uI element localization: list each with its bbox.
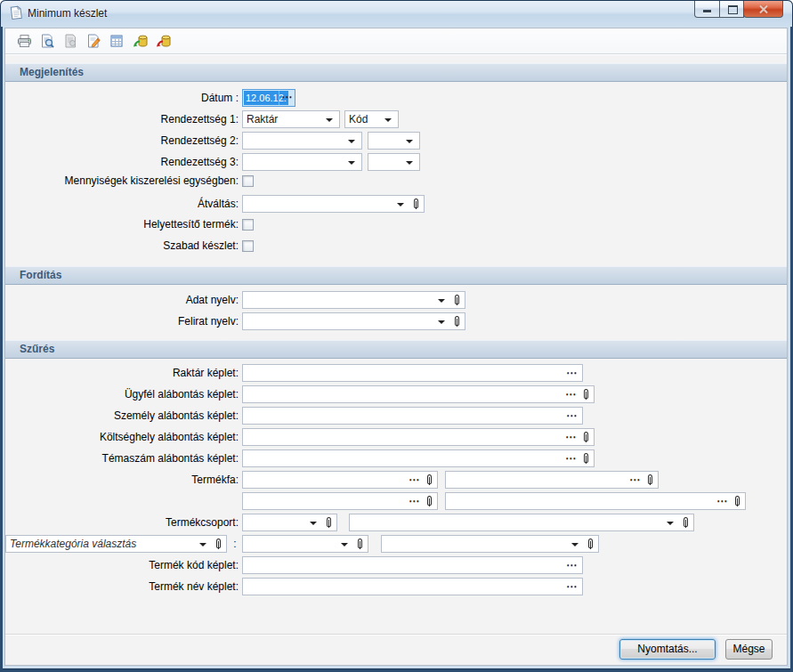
date-browse-icon[interactable]: ⋯ [279, 91, 294, 105]
browse-icon[interactable]: ⋯ [565, 451, 576, 466]
paperclip-icon[interactable] [587, 538, 595, 550]
chevron-down-icon [667, 522, 674, 525]
sort2-direction-select[interactable] [368, 132, 420, 150]
section-header-translation: Fordítás [5, 266, 787, 285]
product-tree-label: Termékfa: [5, 471, 239, 489]
costcenter-breakdown-input[interactable]: ⋯ [242, 428, 595, 446]
product-name-formula-label: Termék név képlet: [5, 578, 239, 595]
database-export-icon[interactable] [128, 30, 151, 52]
data-lang-select[interactable] [242, 291, 465, 309]
print-button[interactable]: Nyomtatás... [619, 639, 716, 660]
close-button[interactable] [743, 1, 783, 18]
browse-icon[interactable]: ⋯ [566, 366, 577, 380]
paperclip-icon[interactable] [426, 474, 433, 486]
table-icon[interactable] [105, 30, 128, 52]
toolbar [5, 28, 787, 54]
product-group-label: Termékcsoport: [5, 514, 239, 531]
browse-icon[interactable]: ⋯ [566, 579, 577, 594]
sort1-direction-select[interactable]: Kód [344, 110, 399, 128]
product-category-select-1[interactable] [242, 535, 368, 553]
browse-icon[interactable]: ⋯ [409, 494, 419, 508]
person-breakdown-label: Személy alábontás képlet: [5, 407, 239, 425]
edit-icon[interactable] [82, 30, 105, 52]
chevron-down-icon [348, 140, 355, 143]
browse-icon[interactable]: ⋯ [565, 430, 576, 444]
paperclip-icon[interactable] [357, 538, 364, 550]
browse-icon[interactable]: ⋯ [566, 409, 577, 423]
substitute-checkbox[interactable] [242, 219, 254, 231]
row-product-category: Termékkategória választás : [5, 535, 787, 553]
product-category-mode-select[interactable]: Termékkategória választás [5, 535, 227, 553]
row-product-group: Termékcsoport: [5, 514, 787, 531]
sort3-label: Rendezettség 3: [5, 153, 239, 171]
costcenter-breakdown-label: Költséghely alábontás képlet: [5, 428, 239, 446]
paperclip-icon[interactable] [583, 453, 590, 465]
product-group-select-1[interactable] [242, 514, 337, 531]
paperclip-icon[interactable] [454, 295, 461, 306]
product-category-mode-value: Termékkategória választás [10, 538, 136, 551]
browse-icon[interactable]: ⋯ [565, 387, 576, 401]
paperclip-icon[interactable] [426, 496, 433, 507]
caption-lang-select[interactable] [242, 312, 465, 330]
print-preview-icon[interactable] [36, 30, 59, 52]
sort3-primary-select[interactable] [242, 153, 362, 171]
maximize-button[interactable] [719, 1, 744, 18]
maximize-icon [728, 5, 738, 14]
browse-icon[interactable]: ⋯ [409, 473, 419, 487]
window-controls [695, 1, 783, 18]
minimize-button[interactable] [694, 1, 720, 18]
browse-icon[interactable]: ⋯ [629, 473, 640, 487]
titlebar[interactable]: Minimum készlet [0, 0, 793, 27]
print-icon[interactable] [12, 30, 36, 52]
caption-lang-label: Felirat nyelv: [5, 312, 239, 330]
sort2-label: Rendezettség 2: [5, 132, 239, 150]
database-import-icon[interactable] [151, 30, 174, 52]
row-sort3: Rendezettség 3: [5, 153, 787, 171]
browse-icon[interactable]: ⋯ [566, 558, 577, 572]
product-group-select-2[interactable] [349, 514, 694, 531]
product-tree-input-4[interactable]: ⋯ [445, 492, 746, 510]
row-costcenter-breakdown: Költséghely alábontás képlet: ⋯ [5, 428, 787, 446]
sort3-direction-select[interactable] [368, 153, 420, 171]
person-breakdown-input[interactable]: ⋯ [242, 407, 583, 425]
free-stock-checkbox[interactable] [242, 240, 254, 252]
browse-icon[interactable]: ⋯ [716, 494, 727, 508]
row-sort2: Rendezettség 2: [5, 132, 787, 150]
paperclip-icon[interactable] [413, 198, 420, 210]
product-category-select-2[interactable] [381, 535, 599, 553]
product-code-formula-input[interactable]: ⋯ [242, 556, 583, 574]
qty-unit-checkbox[interactable] [242, 175, 254, 187]
customer-breakdown-input[interactable]: ⋯ [242, 385, 595, 403]
warehouse-formula-input[interactable]: ⋯ [242, 364, 583, 382]
document-disabled-icon[interactable] [59, 30, 82, 52]
date-label: Dátum : [5, 89, 239, 107]
chevron-down-icon [326, 118, 333, 122]
row-product-tree-2: ⋯ ⋯ [5, 492, 787, 510]
sort2-primary-select[interactable] [242, 132, 362, 150]
product-tree-input-1[interactable]: ⋯ [242, 471, 438, 489]
paperclip-icon[interactable] [683, 517, 690, 529]
window-title: Minimum készlet [28, 7, 107, 20]
paperclip-icon[interactable] [734, 496, 741, 507]
chevron-down-icon [438, 299, 445, 303]
paperclip-icon[interactable] [647, 474, 654, 486]
product-name-formula-input[interactable]: ⋯ [242, 578, 583, 595]
sort1-primary-select[interactable]: Raktár [242, 110, 340, 128]
paperclip-icon[interactable] [583, 389, 590, 401]
topic-breakdown-input[interactable]: ⋯ [242, 449, 595, 467]
paperclip-icon[interactable] [326, 517, 333, 529]
product-tree-input-2[interactable]: ⋯ [445, 471, 659, 489]
paperclip-icon[interactable] [454, 316, 461, 328]
product-tree-input-3[interactable]: ⋯ [242, 492, 438, 510]
cancel-button[interactable]: Mégse [725, 639, 773, 660]
row-free-stock: Szabad készlet: [5, 239, 787, 254]
conversion-select[interactable] [242, 195, 425, 213]
sort1-primary-value: Raktár [247, 113, 278, 126]
paperclip-icon[interactable] [215, 538, 223, 550]
chevron-down-icon [348, 161, 355, 165]
paperclip-icon[interactable] [583, 432, 590, 443]
chevron-down-icon [438, 320, 445, 324]
row-caption-lang: Felirat nyelv: [5, 312, 787, 330]
section-header-filter: Szűrés [5, 340, 787, 359]
date-input[interactable]: 12.06.12. ⋯ [242, 89, 295, 107]
